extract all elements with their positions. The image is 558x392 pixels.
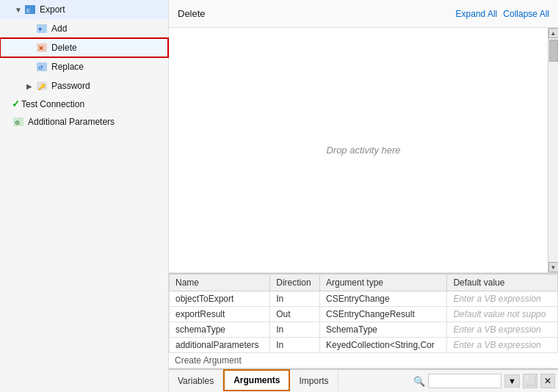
arg-default[interactable]: Default value not suppo [447, 307, 558, 322]
search-icon: 🔍 [413, 376, 425, 387]
expander-params [3, 118, 10, 126]
checkmark-icon: ✓ [12, 98, 20, 109]
drop-text: Drop activity here [326, 145, 400, 156]
sidebar-item-export[interactable]: ▼ E Export [0, 0, 168, 19]
sidebar: ▼ E Export + Add ✕ Delete ↺ [0, 0, 169, 392]
tab-search-area: 🔍 ▼ ⬜ ✕ [413, 374, 558, 388]
expand-all-button[interactable]: Expand All [456, 9, 498, 19]
arg-name: objectToExport [170, 291, 270, 307]
sidebar-item-password[interactable]: ▶ 🔑 Password [0, 76, 168, 95]
export-icon: E [23, 3, 37, 16]
tab-arguments[interactable]: Arguments [223, 369, 290, 391]
args-table: Name Direction Argument type Default val… [169, 274, 558, 353]
expander-add [26, 25, 34, 33]
sidebar-item-additionalparams[interactable]: ⚙ Additional Parameters [0, 112, 168, 131]
svg-text:🔑: 🔑 [38, 83, 46, 90]
password-icon: 🔑 [35, 79, 48, 92]
arg-name: additionalParameters [170, 338, 270, 353]
sidebar-item-label-add: Add [51, 23, 67, 34]
content-panel: Delete Expand All Collapse All Drop acti… [169, 0, 558, 392]
content-header: Delete Expand All Collapse All [169, 0, 558, 28]
content-header-actions: Expand All Collapse All [456, 9, 549, 19]
col-header-direction: Direction [270, 275, 320, 291]
content-header-title: Delete [178, 8, 206, 19]
expander-delete [26, 44, 34, 52]
sidebar-item-add[interactable]: + Add [0, 19, 168, 38]
arg-direction: In [270, 322, 320, 338]
delete-icon: ✕ [35, 41, 48, 54]
drop-area: Drop activity here ▲ ▼ [169, 28, 558, 273]
arg-default[interactable]: Enter a VB expression [447, 338, 558, 353]
table-row: additionalParametersInKeyedCollection<St… [170, 338, 558, 353]
svg-text:+: + [38, 26, 42, 33]
arg-direction: In [270, 338, 320, 353]
dropdown-icon[interactable]: ▼ [504, 374, 520, 388]
sidebar-item-label-password: Password [51, 81, 90, 91]
expand-panel-icon[interactable]: ⬜ [523, 374, 537, 388]
expander-testconn [3, 100, 10, 108]
params-icon: ⚙ [12, 115, 25, 128]
expander-password[interactable]: ▶ [26, 82, 34, 90]
sidebar-item-label-export: Export [40, 4, 65, 15]
col-header-type: Argument type [319, 275, 446, 291]
sidebar-item-label-delete: Delete [51, 43, 77, 53]
tab-search-input[interactable] [428, 374, 501, 388]
create-argument-label: Create Argument [169, 353, 558, 369]
arg-default[interactable]: Enter a VB expression [447, 322, 558, 338]
svg-text:E: E [26, 7, 30, 14]
tab-variables[interactable]: Variables [169, 371, 223, 391]
close-panel-icon[interactable]: ✕ [540, 374, 555, 388]
sidebar-item-label-testconnection: Test Connection [21, 99, 84, 109]
svg-text:↺: ↺ [38, 65, 43, 71]
sidebar-item-testconnection[interactable]: ✓ Test Connection [0, 95, 168, 112]
bottom-tabbar: Variables Arguments Imports 🔍 ▼ ⬜ ✕ [169, 369, 558, 392]
scrollbar-up-button[interactable]: ▲ [548, 28, 559, 38]
replace-icon: ↺ [35, 60, 48, 73]
collapse-all-button[interactable]: Collapse All [503, 9, 549, 19]
scrollbar-track: ▲ ▼ [548, 28, 558, 272]
svg-text:⚙: ⚙ [15, 120, 20, 126]
arg-type: SchemaType [319, 322, 446, 338]
arg-default[interactable]: Enter a VB expression [447, 291, 558, 307]
scrollbar-thumb[interactable] [549, 40, 558, 62]
arg-name: exportResult [170, 307, 270, 322]
add-icon: + [35, 22, 48, 35]
sidebar-item-label-replace: Replace [51, 62, 84, 72]
arg-direction: Out [270, 307, 320, 322]
table-row: exportResultOutCSEntryChangeResultDefaul… [170, 307, 558, 322]
table-row: objectToExportInCSEntryChangeEnter a VB … [170, 291, 558, 307]
col-header-name: Name [170, 275, 270, 291]
args-table-container: Name Direction Argument type Default val… [169, 273, 558, 369]
col-header-default: Default value [447, 275, 558, 291]
arg-direction: In [270, 291, 320, 307]
tab-imports[interactable]: Imports [290, 371, 338, 391]
arg-type: CSEntryChange [319, 291, 446, 307]
sidebar-item-label-additionalparams: Additional Parameters [28, 117, 115, 127]
arg-type: CSEntryChangeResult [319, 307, 446, 322]
table-row: schemaTypeInSchemaTypeEnter a VB express… [170, 322, 558, 338]
sidebar-item-replace[interactable]: ↺ Replace [0, 57, 168, 76]
expander-replace [26, 63, 34, 71]
arg-name: schemaType [170, 322, 270, 338]
svg-text:✕: ✕ [38, 45, 44, 52]
arg-type: KeyedCollection<String,Cor [319, 338, 446, 353]
expander-export[interactable]: ▼ [15, 6, 22, 14]
scrollbar-down-button[interactable]: ▼ [548, 262, 559, 272]
sidebar-item-delete[interactable]: ✕ Delete [0, 38, 168, 57]
